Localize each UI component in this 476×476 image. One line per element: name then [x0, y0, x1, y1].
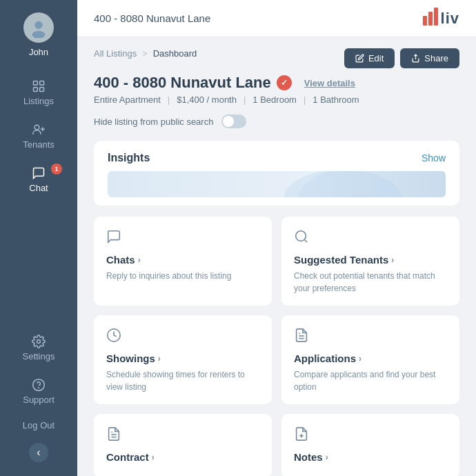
card-notes[interactable]: Notes › [281, 414, 459, 476]
sidebar-item-chat[interactable]: 1 Chat [0, 158, 77, 201]
logo-icon [423, 8, 438, 30]
topbar-title: 400 - 8080 Nunavut Lane [94, 12, 210, 24]
hide-listing-toggle[interactable] [221, 115, 246, 128]
sidebar-item-settings[interactable]: Settings [0, 326, 77, 370]
card-applications[interactable]: Applications › Compare applicants and fi… [281, 315, 459, 404]
share-button[interactable]: Share [400, 48, 459, 68]
contract-card-title: Contract › [106, 451, 259, 463]
applications-card-desc: Compare applicants and find your best op… [294, 368, 447, 393]
svg-point-10 [33, 379, 45, 391]
suggested-tenants-card-title: Suggested Tenants › [294, 254, 447, 266]
suggested-tenants-chevron: › [391, 255, 394, 265]
share-button-label: Share [424, 53, 448, 63]
chats-card-desc: Reply to inquiries about this listing [106, 270, 259, 282]
notes-chevron: › [326, 453, 328, 462]
logo: liv [423, 8, 459, 30]
edit-button[interactable]: Edit [344, 48, 395, 68]
property-bathrooms: 1 Bathroom [313, 95, 359, 105]
property-info: Entire Apartment | $1,400 / month | 1 Be… [94, 95, 459, 105]
notes-icon [294, 426, 447, 444]
sidebar-item-support-label: Support [23, 395, 54, 405]
svg-rect-6 [34, 88, 38, 92]
main-area: 400 - 8080 Nunavut Lane liv All Listings… [77, 0, 476, 476]
chats-icon [106, 229, 259, 247]
svg-rect-5 [40, 81, 44, 86]
insights-title: Insights [108, 152, 150, 164]
listing-title-row: 400 - 8080 Nunavut Lane ✓ View details [94, 74, 459, 92]
card-chats[interactable]: Chats › Reply to inquiries about this li… [94, 217, 272, 306]
logout-label: Log Out [23, 420, 54, 430]
svg-rect-4 [34, 81, 38, 86]
verified-badge: ✓ [277, 75, 292, 90]
cards-grid: Chats › Reply to inquiries about this li… [94, 217, 459, 476]
svg-rect-14 [434, 8, 438, 26]
card-contract[interactable]: Contract › [94, 414, 272, 476]
applications-icon [294, 328, 447, 346]
contract-icon [106, 426, 259, 444]
card-showings[interactable]: Showings › Schedule showing times for re… [94, 315, 272, 404]
sidebar-item-tenants[interactable]: Tenants [0, 115, 77, 158]
svg-rect-7 [40, 88, 44, 92]
applications-card-title: Applications › [294, 353, 447, 364]
action-row: All Listings > Dashboard Edit [94, 48, 459, 68]
showings-icon [106, 328, 259, 346]
breadcrumb: All Listings > Dashboard [94, 48, 197, 59]
svg-point-2 [34, 21, 42, 29]
collapse-button[interactable]: ‹ [29, 443, 48, 462]
share-icon [411, 54, 420, 63]
topbar: 400 - 8080 Nunavut Lane liv [77, 0, 476, 37]
edit-icon [355, 54, 364, 63]
showings-card-title: Showings › [106, 353, 259, 364]
applications-chevron: › [359, 354, 361, 364]
notes-card-title: Notes › [294, 451, 447, 463]
svg-rect-12 [423, 16, 427, 26]
svg-point-18 [296, 231, 306, 241]
sidebar-item-settings-label: Settings [23, 351, 55, 361]
avatar [23, 12, 54, 43]
sidebar-item-tenants-label: Tenants [23, 139, 54, 150]
logout-button[interactable]: Log Out [0, 413, 77, 437]
prop-sep-3: | [304, 95, 306, 105]
sidebar-item-listings[interactable]: Listings [0, 71, 77, 115]
view-details-link[interactable]: View details [304, 78, 355, 88]
chats-chevron: › [138, 255, 141, 265]
prop-sep-1: | [168, 95, 170, 105]
svg-point-8 [34, 125, 39, 130]
toggle-row: Hide listing from public search [94, 115, 459, 128]
breadcrumb-all-listings[interactable]: All Listings [94, 48, 137, 59]
user-name: John [29, 47, 48, 57]
breadcrumb-separator: > [142, 48, 148, 59]
prop-sep-2: | [244, 95, 246, 105]
logo-text: liv [441, 10, 459, 28]
card-suggested-tenants[interactable]: Suggested Tenants › Check out potential … [281, 217, 459, 306]
chat-badge: 1 [51, 163, 62, 175]
property-bedrooms: 1 Bedroom [252, 95, 297, 105]
chats-card-title: Chats › [106, 254, 259, 266]
insights-show-button[interactable]: Show [422, 152, 446, 163]
contract-chevron: › [152, 453, 155, 462]
listing-title: 400 - 8080 Nunavut Lane [94, 74, 271, 92]
breadcrumb-current: Dashboard [153, 48, 197, 59]
property-price: $1,400 / month [177, 95, 237, 105]
showings-card-desc: Schedule showing times for renters to vi… [106, 368, 259, 393]
sidebar-item-chat-label: Chat [29, 183, 48, 193]
property-type: Entire Apartment [94, 95, 161, 105]
hide-listing-label: Hide listing from public search [94, 117, 213, 127]
showings-chevron: › [158, 354, 161, 364]
action-buttons: Edit Share [344, 48, 459, 68]
edit-button-label: Edit [368, 53, 384, 63]
sidebar-item-support[interactable]: Support [0, 370, 77, 413]
svg-line-19 [304, 239, 307, 242]
insights-visual [108, 171, 446, 197]
insights-card: Insights Show [94, 141, 459, 206]
content-area: All Listings > Dashboard Edit [77, 37, 476, 476]
insights-header: Insights Show [108, 152, 446, 164]
sidebar: John Listings Tenants 1 Chat S [0, 0, 77, 476]
collapse-icon: ‹ [37, 446, 40, 459]
svg-rect-13 [428, 12, 433, 26]
svg-point-9 [37, 340, 41, 344]
suggested-tenants-icon [294, 229, 447, 247]
sidebar-item-listings-label: Listings [23, 96, 54, 106]
suggested-tenants-card-desc: Check out potential tenants that match y… [294, 270, 447, 295]
